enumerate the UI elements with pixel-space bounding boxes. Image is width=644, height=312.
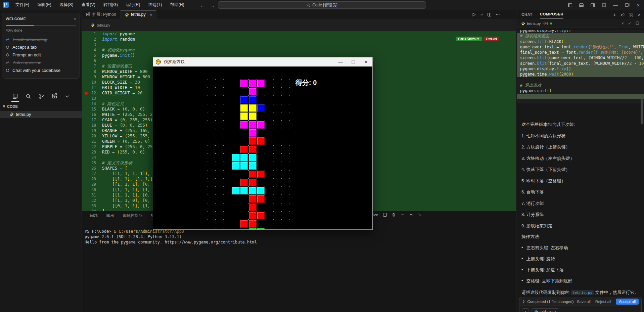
window-restore-button[interactable] — [621, 0, 633, 10]
explorer-file-tetris[interactable]: tetris.py — [0, 111, 82, 118]
explorer-section-header[interactable]: ∨ CODE — [3, 104, 18, 108]
panel-more-actions-icon[interactable] — [400, 213, 405, 217]
grid-dot — [223, 79, 224, 80]
breadcrumb[interactable]: tetris.py — [82, 19, 516, 31]
code-token: SHAPES = — [102, 166, 125, 171]
onboarding-item[interactable]: Accept a tab — [6, 43, 76, 51]
code-token: GREEN = — [102, 139, 122, 144]
composer-diff-code[interactable]: pygame.display.flip()# 游戏结束画面screen.fill… — [517, 30, 644, 103]
scrollbar-thumb[interactable] — [641, 99, 643, 124]
history-icon[interactable] — [620, 12, 625, 17]
grid-dot — [265, 170, 265, 171]
editor-tab--Python[interactable]: 扩展: Python — [82, 10, 121, 19]
grid-dot — [232, 178, 232, 179]
accept-file-icon[interactable]: ✓ — [628, 21, 631, 26]
onboarding-item[interactable]: Chat with your codebase — [6, 66, 76, 74]
panel-tab-问题[interactable]: 问题 — [90, 213, 98, 220]
split-terminal-icon[interactable] — [383, 213, 387, 217]
new-chat-plus-icon[interactable]: + — [613, 12, 616, 17]
menu-item-转[interactable]: 转到(G) — [100, 1, 121, 9]
save-all-button[interactable]: Save all — [577, 300, 591, 304]
composer-tab-composer[interactable]: COMPOSER — [540, 10, 563, 18]
welcome-close-icon[interactable]: × — [74, 16, 76, 21]
onboarding-item[interactable]: ✓Finish onboarding — [6, 36, 76, 43]
menu-item-查[interactable]: 查看(V) — [78, 1, 99, 9]
code-token: , T — [641, 50, 644, 55]
panel-tab-输出[interactable]: 输出 — [106, 213, 114, 220]
source-control-icon[interactable] — [39, 93, 44, 100]
breakpoint-icon[interactable] — [85, 92, 88, 95]
menu-item-文[interactable]: 文件(F) — [12, 1, 33, 9]
composer-input-area[interactable]: + tetris.py × — [519, 306, 642, 312]
menu-item-编[interactable]: 编辑(E) — [34, 1, 55, 9]
code-token — [102, 203, 112, 208]
remove-chip-icon[interactable]: × — [554, 310, 556, 312]
reject-all-button[interactable]: Reject all — [595, 300, 611, 304]
open-file-icon[interactable] — [635, 21, 639, 25]
diff-code-line: final_score_text = font.render(f'最终分数: {… — [517, 50, 644, 55]
command-center-search[interactable]: Code [管理员] — [218, 1, 426, 9]
nav-back-icon[interactable]: ← — [200, 2, 205, 8]
more-actions-icon[interactable] — [496, 12, 500, 17]
split-editor-icon[interactable] — [487, 12, 492, 17]
attached-file-chip[interactable]: tetris.py × — [532, 308, 559, 312]
chevron-down-icon[interactable] — [65, 94, 70, 100]
onboarding-item[interactable]: ✓Ask a question — [6, 59, 76, 66]
panel-tab-调试控制台[interactable]: 调试控制台 — [123, 213, 142, 220]
menu-item-帮[interactable]: 帮助(H) — [167, 1, 187, 9]
grid-dot — [223, 170, 224, 171]
tetris-game-window[interactable]: 俄罗斯方块 — × 得分: 0 — [153, 57, 373, 230]
settings-gear-icon[interactable] — [598, 0, 610, 10]
menu-item-运[interactable]: 运行(R) — [123, 1, 143, 9]
toggle-panel-icon[interactable] — [576, 0, 587, 10]
tetris-block — [249, 179, 257, 186]
reject-file-icon[interactable]: × — [622, 21, 624, 26]
close-panel-icon[interactable]: × — [638, 12, 641, 17]
tetris-minimize-button[interactable]: — — [334, 57, 347, 66]
menu-item-终[interactable]: 终端(T) — [145, 1, 165, 9]
window-close-button[interactable]: × — [633, 0, 644, 10]
code-token: blit — [537, 61, 547, 66]
close-tab-icon[interactable]: × — [150, 12, 152, 17]
expand-panel-icon[interactable] — [629, 12, 634, 17]
toggle-primary-sidebar-icon[interactable] — [564, 0, 576, 10]
search-icon — [307, 3, 310, 7]
grid-dot — [273, 186, 274, 187]
maximize-panel-chevron-up-icon[interactable] — [409, 213, 413, 217]
menu-item-选[interactable]: 选择(S) — [56, 1, 77, 9]
window-minimize-button[interactable]: — — [610, 0, 621, 10]
terminal-output[interactable]: PS F:\Code> & C:/Users/Administrator/App… — [85, 229, 257, 245]
code-token: ( — [122, 106, 125, 112]
close-panel-icon[interactable] — [418, 213, 422, 217]
explorer-icon[interactable] — [12, 93, 18, 100]
accept-shortcut-badge[interactable]: Ctrl+Shift+Y — [456, 37, 482, 41]
diff-code-line: game_over_text = font.render('游戏结束!', Tr… — [517, 44, 644, 50]
toggle-secondary-sidebar-icon[interactable] — [587, 0, 598, 10]
onboarding-item[interactable]: Prompt an edit — [6, 51, 76, 59]
grid-dot — [223, 194, 224, 195]
reject-shortcut-badge[interactable]: Ctrl+N — [484, 37, 499, 41]
composer-file-row[interactable]: tetris.py 4/4 × ✓ — [517, 19, 644, 28]
method-bullet-label: 空格键: 立即下落到底部 — [526, 278, 572, 284]
diff-code-line: # 退出游戏 — [517, 83, 644, 88]
tetris-close-button[interactable]: × — [360, 57, 372, 66]
run-dropdown-chevron-icon[interactable] — [480, 13, 483, 16]
editor-tab-tetris.py[interactable]: tetris.py× — [121, 10, 156, 19]
add-context-button[interactable]: + — [522, 308, 529, 312]
grid-dot — [265, 153, 265, 154]
grid-dot — [265, 186, 265, 187]
accept-all-button[interactable]: Accept all — [616, 299, 639, 305]
tetris-maximize-button[interactable] — [347, 57, 360, 66]
tetris-titlebar[interactable]: 俄罗斯方块 — × — [153, 57, 373, 66]
kill-terminal-trash-icon[interactable] — [392, 213, 396, 217]
onboarding-item-label: Accept a tab — [12, 45, 37, 50]
inline-code-chip[interactable]: tetris.py — [571, 290, 594, 295]
search-icon[interactable] — [26, 93, 31, 100]
extensions-icon[interactable] — [52, 93, 57, 100]
chevron-right-icon[interactable]: ❯ — [522, 300, 525, 303]
run-python-icon[interactable] — [472, 12, 476, 17]
code-content: # 定义方块形状 — [102, 160, 132, 166]
nav-forward-icon[interactable]: → — [210, 2, 215, 8]
composer-tab-chat[interactable]: CHAT — [521, 11, 533, 18]
grid-dot — [232, 170, 232, 171]
